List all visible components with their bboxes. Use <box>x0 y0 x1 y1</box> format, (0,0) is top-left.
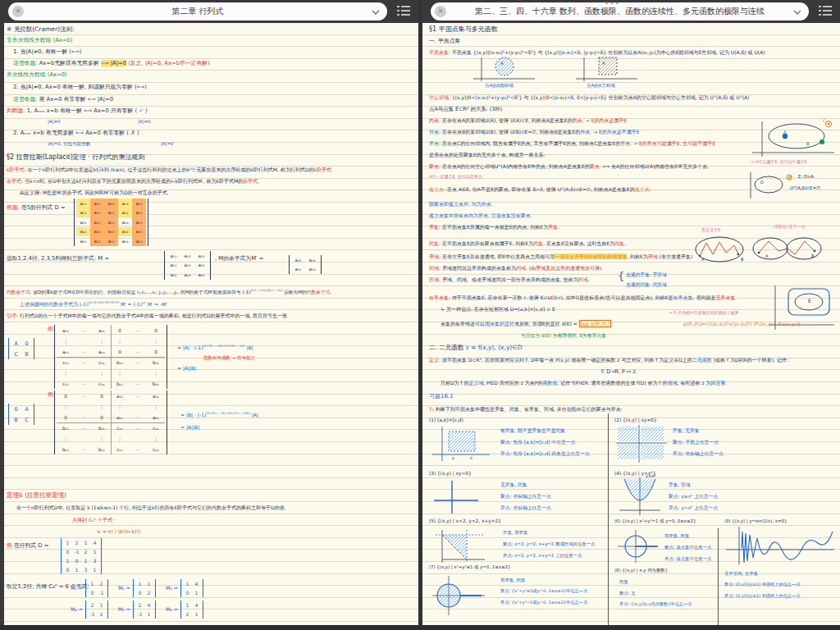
chevron-down-icon[interactable] <box>793 9 801 16</box>
ink-line: 界点: 坐标轴上任意一点 <box>500 505 551 510</box>
ink-line: 连通的开集: 开区域 <box>626 272 667 277</box>
ink-line: 由定义得: M也是M′的余子式, 因此M和M′可称为D的一对互余的子式. <box>20 190 169 196</box>
chevron-down-icon[interactable] <box>372 9 380 16</box>
ink-line: 非开非闭, 无界集 <box>724 571 758 576</box>
close-icon[interactable]: ✕ <box>435 6 446 17</box>
ink-line: 平面点集: 平面点集 {(x,y)|(x-x₀)²+(y-y₀)²<δ²} 与 … <box>429 50 765 56</box>
ink-line: 有界集, 闭集 <box>664 533 689 538</box>
ink-line: |A|≠0 <box>138 119 151 124</box>
square-neighborhood-figure <box>574 56 640 84</box>
determinant-matrix: a₃₁a₃₄a₅₁a₅₄ <box>289 255 322 274</box>
ink-line: 选取1,2,4行, 2,3,5列得到三阶子式: M = <box>7 256 109 262</box>
ink-line: 外点: 若存在点B的某邻域U(B), 使得 U(B)∩E=∅, 则称点B是点集E… <box>429 130 640 135</box>
list-icon <box>818 5 833 16</box>
determinant-matrix: 120-1 <box>85 579 108 597</box>
ink-line: 定义: 设平面点集 D⊂R², 若按照某对应法则 f, D中每一点 P(x,y)… <box>429 358 788 363</box>
ink-line: 点集的有界性还可以用点集的直径来反映, 所谓E的直径 d(E) = sup ρ(… <box>441 322 611 327</box>
problem6-figure <box>616 528 662 566</box>
ink-line: (2) {(x,y) | xy≠0} <box>614 418 657 422</box>
ink-line: 聚点: y≥x² 上任意一点 <box>669 494 718 499</box>
ink-line: = |A||B| <box>180 425 199 431</box>
ink-line: 聚点: {x²+y²≤1或y=0, 1≤x≤2}中任意一点 <box>500 589 587 594</box>
determinant-matrix: 21-12 <box>85 600 108 619</box>
ink-line: 界点: {(x,y)|x,y均为整数}中任意一点 <box>619 602 692 607</box>
ink-line: = |A| · (-1)(1+2+…+k)+(1+2+…+k) |B| <box>177 345 253 351</box>
left-titlebar: ✕ 第二章 行列式 <box>0 0 418 23</box>
grid-divider <box>718 528 719 630</box>
page-list-button[interactable] <box>814 2 837 21</box>
ink-line: C <box>823 119 826 124</box>
determinant-matrix: a₁₂a₁₃a₁₅a₂₂a₂₃a₂₅a₄₂a₄₃a₄₅ <box>164 251 211 280</box>
ink-line: 界点: (0,y)(|y|≤1) 和曲线上的任意一点 <box>724 594 800 599</box>
left-title-pill[interactable]: ✕ 第二章 行列式 <box>8 2 387 21</box>
determinant-matrix: 1421 <box>180 600 203 619</box>
ink-line: 内点: 若存在点A的某邻域U(A), 使得 U(A)⊂E, 则称点A是点集E的内… <box>429 118 627 124</box>
ink-line: 齐次线性方程组 (Ax=0) <box>7 72 67 79</box>
ink-line: 逆否命题: 若 Ax=0 有非零解 ⟺ |A|=0 <box>13 97 113 103</box>
ink-line: 判断题: 1. Aₙₓₙ x=b 有唯一解 ⟺ Ax=0 只有零解 ( ✓ ) <box>7 108 148 115</box>
ink-line: 完全含于E <box>701 228 720 233</box>
ink-line: E <box>808 299 811 304</box>
ink-line: (2部分) 交于一点 <box>774 225 806 230</box>
ink-line: 有界点集: 对于平面点集E, 若存在某一正数 r, 使得 E⊂U(O;r), 其… <box>429 295 735 301</box>
determinant-matrix: 1102 <box>133 579 156 597</box>
ink-line: A <box>500 62 503 66</box>
ink-line: 聚点: 该点集中任意一点 <box>664 545 711 550</box>
ink-line: A <box>789 175 792 180</box>
left-page-canvas[interactable]: ※ 克拉默(Cramer)法则:非齐次线性方程组 (Ax=b)1. 当|A|≠0… <box>0 23 418 630</box>
ink-line: 除聚点和孤立点外, 均为外点. <box>429 202 493 208</box>
right-window: ••• ✕ 第二、三、四、十六章 数列、函数极限、函数的连续性、多元函数的极限与… <box>422 0 840 630</box>
ink-line: 点A的δ方邻域 <box>587 83 615 88</box>
ink-line: 非齐次线性方程组 (Ax=b) <box>7 38 73 44</box>
ink-line: 空心邻域: {(x,y)|0<(x-x₀)²+(y-y₀)²<δ²} 与 {(x… <box>429 95 749 101</box>
right-page-canvas[interactable]: §1 平面点集与多元函数一. 平面点集平面点集: 平面点集 {(x,y)|(x-… <box>422 23 840 630</box>
ink-line: → A可以属于E, 也可以不属于E <box>751 160 807 165</box>
ink-line: 孤立点集中所有点均为界点, 且该点集没有聚点. <box>429 213 532 219</box>
problem9-sine-figure <box>723 525 838 568</box>
ink-line: ※ 克拉默(Cramer)法则: <box>7 26 74 33</box>
ink-line: b <box>470 456 472 460</box>
ink-line: 共得到 Cₙᵏ 个子式 · <box>72 518 116 523</box>
determinant-matrix: 0⋯0a₁₁⋯a₁ₖ⋮⋮⋮⋮0⋯0aₖ₁⋯aₖₖb₁₁⋯b₁ₖc₁₁⋯c₁ₖ⋮⋮… <box>54 390 167 454</box>
ink-line: B <box>811 254 814 259</box>
ink-line: M₃ = <box>166 586 178 591</box>
page-gap <box>0 625 840 630</box>
window-handle-icon[interactable]: ••• <box>605 0 620 7</box>
split-screen: ✕ 第二章 行列式 ※ 克拉默(Cramer)法则:非齐次线性方程组 (Ax=b… <box>0 0 840 630</box>
ink-line: A <box>701 258 704 262</box>
right-window-title: 第二、三、四、十六章 数列、函数极限、函数的连续性、多元函数的极限与连续 <box>475 6 765 17</box>
ink-line: 有界集, 闭集 <box>500 578 525 582</box>
ink-line: 界点: 坐标轴上任意一点 <box>673 451 724 456</box>
determinant-matrix: 1401 <box>180 579 203 597</box>
ink-line: A <box>783 130 786 135</box>
ink-line: 2. 当|A|≠0, Ax=0 有唯一解, 则该解只能为零解 (⟺) <box>13 84 147 91</box>
ink-line: M₂ = <box>118 586 130 591</box>
ink-line: A <box>602 62 605 66</box>
ink-line: 区域: 开域、闭域、或者开域连同其一部分界点所构成的点集, 统称为区域. <box>429 277 590 283</box>
ink-line: T₁ 判断下列平面点集中哪些是开集、闭集、有界集、区域, 并分别指出它们的聚点与… <box>429 407 623 413</box>
page-list-button[interactable] <box>392 2 415 21</box>
ink-line: 无界集, 闭集. <box>500 482 529 487</box>
ink-line: 例 在行列式 D = <box>7 543 48 550</box>
ink-line: 开集, 区域 <box>669 482 691 487</box>
ink-line: k阶子式: 在一个n阶行列式D中任意选定k行k列 (k≤n), 位于这些行和列的… <box>7 167 331 173</box>
determinant-matrix: a₁₁a₁₂a₁₃a₁₄a₁₅a₂₁a₂₂a₂₃a₂₄a₂₅a₃₁a₃₂a₃₃a… <box>74 199 148 246</box>
ink-line: 界点: x=2, y=2, x+y=2 上的任意一点 <box>503 553 582 558</box>
ink-line: ↳ 另一种说法: 若存在矩形区域 D=[a,b]×[c,d] ⊃ E <box>441 307 555 313</box>
ink-line: 界点: y=x² 上任意一点 <box>669 505 718 510</box>
ink-line: ρ(P₁,P₂)=√((x₁-x₂)²+(y₁-y₂)²) (P₁(x₁,y₁)… <box>683 322 801 327</box>
ink-line: M₆ = <box>166 607 178 613</box>
ink-line: , M的余子式为M′ = <box>215 256 263 262</box>
ink-line: 聚点: 矩形 [a,b]×[c,d] 中任意一点 <box>500 440 575 445</box>
ink-line: U°(A;δ)∩E=∅ <box>790 185 820 190</box>
ink-line: y=x² <box>646 474 655 479</box>
ink-line: 开集, 有界集 <box>503 530 527 535</box>
ink-line: 聚点: 坐标轴上任意一点 <box>500 494 551 499</box>
ink-line: 界点: 矩形 [a,b]×[c,d] 四条边上任意一点 <box>500 451 590 456</box>
ink-line: 开集: 若平面点集E所属的每一点都是E的内点, 则称E为开集. <box>429 225 559 231</box>
right-titlebar: ••• ✕ 第二、三、四、十六章 数列、函数极限、函数的连续性、多元函数的极限与… <box>422 0 840 23</box>
ink-line: { <box>618 271 624 283</box>
problem1-figure <box>431 425 493 464</box>
ink-line: (3) {(x,y) | xy=0} <box>429 471 472 476</box>
close-icon[interactable]: ✕ <box>12 6 24 17</box>
